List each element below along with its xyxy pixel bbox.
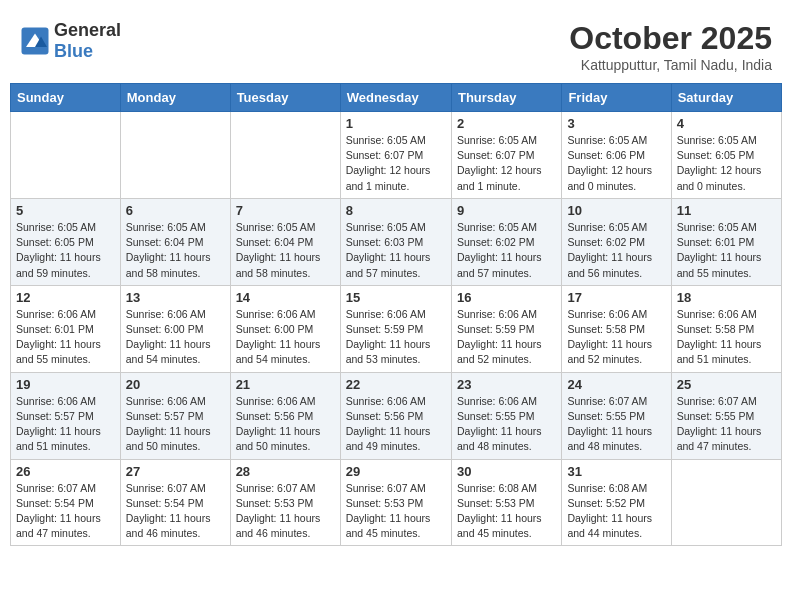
calendar-cell: 27Sunrise: 6:07 AM Sunset: 5:54 PM Dayli…: [120, 459, 230, 546]
weekday-header-saturday: Saturday: [671, 84, 781, 112]
day-number: 18: [677, 290, 776, 305]
calendar-cell: 26Sunrise: 6:07 AM Sunset: 5:54 PM Dayli…: [11, 459, 121, 546]
day-number: 26: [16, 464, 115, 479]
logo-text: General Blue: [54, 20, 121, 62]
day-info: Sunrise: 6:06 AM Sunset: 5:55 PM Dayligh…: [457, 394, 556, 455]
day-info: Sunrise: 6:05 AM Sunset: 6:07 PM Dayligh…: [457, 133, 556, 194]
day-number: 1: [346, 116, 446, 131]
calendar-cell: 11Sunrise: 6:05 AM Sunset: 6:01 PM Dayli…: [671, 198, 781, 285]
day-number: 8: [346, 203, 446, 218]
day-info: Sunrise: 6:06 AM Sunset: 6:01 PM Dayligh…: [16, 307, 115, 368]
day-number: 28: [236, 464, 335, 479]
title-section: October 2025 Kattupputtur, Tamil Nadu, I…: [569, 20, 772, 73]
calendar-cell: 30Sunrise: 6:08 AM Sunset: 5:53 PM Dayli…: [451, 459, 561, 546]
day-number: 13: [126, 290, 225, 305]
day-number: 20: [126, 377, 225, 392]
day-number: 3: [567, 116, 665, 131]
day-info: Sunrise: 6:07 AM Sunset: 5:54 PM Dayligh…: [16, 481, 115, 542]
day-info: Sunrise: 6:05 AM Sunset: 6:01 PM Dayligh…: [677, 220, 776, 281]
calendar-cell: 22Sunrise: 6:06 AM Sunset: 5:56 PM Dayli…: [340, 372, 451, 459]
calendar-cell: 12Sunrise: 6:06 AM Sunset: 6:01 PM Dayli…: [11, 285, 121, 372]
day-info: Sunrise: 6:07 AM Sunset: 5:55 PM Dayligh…: [677, 394, 776, 455]
day-info: Sunrise: 6:08 AM Sunset: 5:53 PM Dayligh…: [457, 481, 556, 542]
day-info: Sunrise: 6:07 AM Sunset: 5:54 PM Dayligh…: [126, 481, 225, 542]
day-info: Sunrise: 6:05 AM Sunset: 6:05 PM Dayligh…: [16, 220, 115, 281]
month-title: October 2025: [569, 20, 772, 57]
day-number: 23: [457, 377, 556, 392]
day-number: 30: [457, 464, 556, 479]
page-header: General Blue October 2025 Kattupputtur, …: [10, 10, 782, 78]
day-info: Sunrise: 6:05 AM Sunset: 6:02 PM Dayligh…: [567, 220, 665, 281]
calendar-cell: 21Sunrise: 6:06 AM Sunset: 5:56 PM Dayli…: [230, 372, 340, 459]
location: Kattupputtur, Tamil Nadu, India: [569, 57, 772, 73]
day-info: Sunrise: 6:06 AM Sunset: 5:56 PM Dayligh…: [236, 394, 335, 455]
day-info: Sunrise: 6:06 AM Sunset: 5:58 PM Dayligh…: [677, 307, 776, 368]
day-number: 14: [236, 290, 335, 305]
day-number: 9: [457, 203, 556, 218]
calendar-cell: 1Sunrise: 6:05 AM Sunset: 6:07 PM Daylig…: [340, 112, 451, 199]
day-number: 11: [677, 203, 776, 218]
calendar-cell: 31Sunrise: 6:08 AM Sunset: 5:52 PM Dayli…: [562, 459, 671, 546]
calendar-table: SundayMondayTuesdayWednesdayThursdayFrid…: [10, 83, 782, 546]
calendar-cell: 13Sunrise: 6:06 AM Sunset: 6:00 PM Dayli…: [120, 285, 230, 372]
day-info: Sunrise: 6:06 AM Sunset: 5:59 PM Dayligh…: [346, 307, 446, 368]
day-info: Sunrise: 6:05 AM Sunset: 6:07 PM Dayligh…: [346, 133, 446, 194]
day-number: 2: [457, 116, 556, 131]
day-info: Sunrise: 6:05 AM Sunset: 6:06 PM Dayligh…: [567, 133, 665, 194]
day-info: Sunrise: 6:06 AM Sunset: 5:59 PM Dayligh…: [457, 307, 556, 368]
day-info: Sunrise: 6:05 AM Sunset: 6:02 PM Dayligh…: [457, 220, 556, 281]
weekday-header-sunday: Sunday: [11, 84, 121, 112]
day-number: 24: [567, 377, 665, 392]
day-info: Sunrise: 6:06 AM Sunset: 5:56 PM Dayligh…: [346, 394, 446, 455]
calendar-cell: [671, 459, 781, 546]
calendar-cell: 28Sunrise: 6:07 AM Sunset: 5:53 PM Dayli…: [230, 459, 340, 546]
calendar-cell: 23Sunrise: 6:06 AM Sunset: 5:55 PM Dayli…: [451, 372, 561, 459]
calendar-cell: 24Sunrise: 6:07 AM Sunset: 5:55 PM Dayli…: [562, 372, 671, 459]
calendar-cell: 14Sunrise: 6:06 AM Sunset: 6:00 PM Dayli…: [230, 285, 340, 372]
day-number: 27: [126, 464, 225, 479]
weekday-header-wednesday: Wednesday: [340, 84, 451, 112]
calendar-cell: 10Sunrise: 6:05 AM Sunset: 6:02 PM Dayli…: [562, 198, 671, 285]
day-info: Sunrise: 6:07 AM Sunset: 5:53 PM Dayligh…: [236, 481, 335, 542]
calendar-cell: 4Sunrise: 6:05 AM Sunset: 6:05 PM Daylig…: [671, 112, 781, 199]
day-number: 31: [567, 464, 665, 479]
day-info: Sunrise: 6:06 AM Sunset: 6:00 PM Dayligh…: [126, 307, 225, 368]
logo-icon: [20, 26, 50, 56]
day-number: 6: [126, 203, 225, 218]
day-info: Sunrise: 6:07 AM Sunset: 5:55 PM Dayligh…: [567, 394, 665, 455]
calendar-cell: 9Sunrise: 6:05 AM Sunset: 6:02 PM Daylig…: [451, 198, 561, 285]
calendar-cell: 8Sunrise: 6:05 AM Sunset: 6:03 PM Daylig…: [340, 198, 451, 285]
calendar-cell: 17Sunrise: 6:06 AM Sunset: 5:58 PM Dayli…: [562, 285, 671, 372]
day-info: Sunrise: 6:06 AM Sunset: 5:57 PM Dayligh…: [16, 394, 115, 455]
day-number: 22: [346, 377, 446, 392]
day-number: 15: [346, 290, 446, 305]
day-number: 4: [677, 116, 776, 131]
day-number: 21: [236, 377, 335, 392]
weekday-header-tuesday: Tuesday: [230, 84, 340, 112]
day-info: Sunrise: 6:05 AM Sunset: 6:03 PM Dayligh…: [346, 220, 446, 281]
calendar-cell: 25Sunrise: 6:07 AM Sunset: 5:55 PM Dayli…: [671, 372, 781, 459]
day-number: 7: [236, 203, 335, 218]
day-number: 12: [16, 290, 115, 305]
day-info: Sunrise: 6:05 AM Sunset: 6:04 PM Dayligh…: [126, 220, 225, 281]
day-number: 29: [346, 464, 446, 479]
calendar-cell: 20Sunrise: 6:06 AM Sunset: 5:57 PM Dayli…: [120, 372, 230, 459]
logo: General Blue: [20, 20, 121, 62]
day-number: 10: [567, 203, 665, 218]
calendar-cell: 18Sunrise: 6:06 AM Sunset: 5:58 PM Dayli…: [671, 285, 781, 372]
day-info: Sunrise: 6:06 AM Sunset: 6:00 PM Dayligh…: [236, 307, 335, 368]
day-number: 25: [677, 377, 776, 392]
day-info: Sunrise: 6:07 AM Sunset: 5:53 PM Dayligh…: [346, 481, 446, 542]
calendar-cell: 7Sunrise: 6:05 AM Sunset: 6:04 PM Daylig…: [230, 198, 340, 285]
day-info: Sunrise: 6:06 AM Sunset: 5:58 PM Dayligh…: [567, 307, 665, 368]
calendar-cell: [120, 112, 230, 199]
calendar-cell: 6Sunrise: 6:05 AM Sunset: 6:04 PM Daylig…: [120, 198, 230, 285]
day-number: 5: [16, 203, 115, 218]
calendar-cell: 2Sunrise: 6:05 AM Sunset: 6:07 PM Daylig…: [451, 112, 561, 199]
calendar-cell: 29Sunrise: 6:07 AM Sunset: 5:53 PM Dayli…: [340, 459, 451, 546]
day-info: Sunrise: 6:05 AM Sunset: 6:04 PM Dayligh…: [236, 220, 335, 281]
day-number: 19: [16, 377, 115, 392]
calendar-cell: 16Sunrise: 6:06 AM Sunset: 5:59 PM Dayli…: [451, 285, 561, 372]
day-number: 16: [457, 290, 556, 305]
calendar-cell: [230, 112, 340, 199]
